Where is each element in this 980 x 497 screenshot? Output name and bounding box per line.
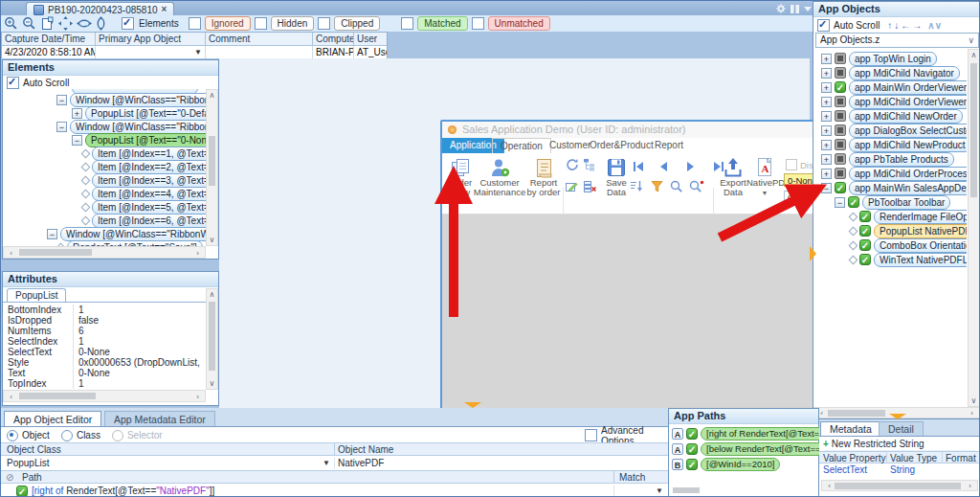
attribute-row[interactable]: Text0-None — [3, 368, 200, 378]
ignored-checkbox[interactable] — [189, 17, 201, 30]
tab-metadata[interactable]: Metadata — [820, 421, 881, 436]
element-node[interactable]: Window [@WinClass=="RibbonWindow", — [60, 227, 206, 241]
nav-first-icon[interactable] — [634, 162, 643, 171]
tree-row[interactable]: −Window [@WinClass=="RibbonWindow — [56, 93, 206, 106]
checked-state-icon[interactable]: ✓ — [859, 225, 871, 237]
expand-icon[interactable]: + — [821, 111, 832, 122]
tree-row[interactable]: Item [@Index==6, @Text=="5- — [82, 214, 206, 227]
unchecked-state-icon[interactable] — [835, 67, 846, 79]
app-objects-autoscroll-checkbox[interactable] — [817, 19, 830, 32]
path-row[interactable]: ✓ [right of RenderText[@Text=="NativePDF… — [1, 484, 668, 497]
unchecked-state-icon[interactable] — [835, 139, 846, 150]
expand-icon[interactable]: + — [821, 169, 832, 179]
element-node[interactable]: Item [@Index==6, @Text=="5- — [92, 214, 206, 228]
report-by-order-button[interactable]: Report by order — [526, 157, 561, 197]
zoom-in-icon[interactable] — [4, 16, 18, 31]
expand-icon[interactable]: + — [821, 68, 832, 79]
app-object-node[interactable]: app MainWin SalesAppDemo — [849, 181, 967, 195]
app-object-row[interactable]: −✓app MainWin SalesAppDemo — [821, 181, 967, 194]
attributes-horizontal-scrollbar[interactable]: ‹ › — [3, 390, 206, 402]
order-view-button[interactable]: Order View — [444, 157, 477, 197]
delete-row-icon[interactable] — [583, 180, 597, 193]
checked-state-icon[interactable]: ✓ — [859, 211, 871, 222]
tree-row[interactable]: Item [@Index==3, @Text=="2- — [82, 173, 206, 187]
app-object-row[interactable]: ✓ComboBox Orientation — [850, 238, 967, 252]
export-data-button[interactable]: Export Data — [716, 157, 750, 197]
object-class-value[interactable]: PopupList — [7, 456, 49, 470]
scroll-up-icon[interactable]: ∧ — [207, 90, 217, 101]
splitter-handle-right[interactable] — [810, 246, 816, 261]
app-object-node[interactable]: PbToolbar Toolbar — [862, 195, 950, 210]
comment-cell[interactable] — [206, 46, 313, 58]
scroll-right-icon[interactable]: › — [965, 481, 975, 491]
tab-app-object-editor[interactable]: App Object Editor — [4, 411, 101, 426]
expand-collapse-icons[interactable]: ∧∨ — [927, 20, 942, 31]
element-node[interactable]: Item [@Index==5, @Text=="4- — [92, 200, 206, 215]
attribute-row[interactable]: NumItems6 — [3, 326, 200, 336]
gear-icon[interactable] — [776, 4, 786, 13]
scroll-down-icon[interactable]: ∨ — [969, 395, 979, 406]
primary-app-object-cell[interactable]: ▼ — [96, 46, 206, 58]
expand-icon[interactable]: + — [821, 140, 832, 150]
app-object-row[interactable]: +app MdiChild OrderProcessing — [821, 167, 967, 180]
app-object-node[interactable]: ComboBox Orientation — [874, 238, 967, 253]
element-node[interactable]: Item [@Index==4, @Text=="3- — [92, 187, 206, 201]
scroll-right-icon[interactable]: › — [967, 408, 977, 418]
app-objects-tree[interactable]: +app TopWin Login +app MdiChild Navigato… — [813, 49, 967, 407]
scroll-down-icon[interactable]: ∨ — [207, 235, 217, 245]
capture-table-row[interactable]: 4/23/2020 8:58:10 AM ▼ BRIAN-PC AT_User — [2, 46, 387, 58]
attribute-row[interactable]: SelectIndex1 — [3, 336, 200, 347]
scroll-left-icon[interactable]: ‹ — [6, 392, 16, 402]
nativepdf-button[interactable]: A NativePDF ▼ — [746, 157, 783, 198]
checked-state-icon[interactable]: ✓ — [835, 81, 846, 93]
collapse-icon[interactable]: − — [56, 122, 67, 132]
refresh-icon[interactable] — [566, 158, 579, 171]
scroll-up-icon[interactable]: ∧ — [969, 50, 979, 60]
move-4way-icon[interactable] — [58, 16, 73, 31]
tree-row[interactable]: +PopupList [@Text=="0-Default"] — [72, 106, 206, 120]
tab-app-metadata-editor[interactable]: App Metadata Editor — [104, 411, 215, 426]
attribute-row[interactable]: SelectText0-None — [3, 347, 200, 357]
tree-row[interactable]: Item [@Index==2, @Text=="1- — [82, 160, 206, 173]
app-object-row[interactable]: ✓RenderImage FileOpen — [850, 210, 967, 223]
hidden-checkbox[interactable] — [255, 17, 267, 30]
clipped-checkbox[interactable] — [318, 17, 330, 30]
expand-icon[interactable]: + — [821, 125, 832, 136]
app-object-row[interactable]: ✓WinText NativePDFLabel — [850, 253, 967, 266]
collapse-icon[interactable]: − — [835, 197, 845, 208]
attribute-row[interactable]: Style0x00000653 (DropDownList, Owne — [3, 357, 200, 368]
app-path-text[interactable]: [@WinId==2010] — [701, 458, 780, 471]
expand-icon[interactable]: + — [821, 154, 832, 165]
attributes-vertical-scrollbar[interactable]: ∧ ∨ — [206, 288, 218, 390]
app-object-row[interactable]: +app MdiChild OrderViewer — [821, 95, 967, 108]
customer-maintenance-button[interactable]: Customer Maintenance — [473, 157, 526, 197]
capture-viewer[interactable]: Sales Application Demo (User ID: adminis… — [219, 58, 810, 408]
splitter-handle-down-right[interactable] — [889, 414, 906, 419]
selector-radio[interactable] — [112, 430, 123, 441]
scroll-right-icon[interactable]: › — [192, 248, 203, 259]
value-type-cell[interactable]: String — [890, 463, 915, 476]
new-restricted-string-button[interactable]: + New Restricted String — [823, 438, 976, 451]
elements-tree[interactable]: −Window [@WinClass=="RibbonWindow +Popup… — [3, 89, 206, 246]
app-object-node[interactable]: app PbTable Products — [849, 152, 954, 167]
element-node[interactable]: PopupList [@Text=="0-Default"] — [85, 106, 206, 121]
edit-icon[interactable] — [565, 180, 578, 193]
nav-next-icon[interactable] — [687, 162, 694, 173]
elements-horizontal-scrollbar[interactable]: ‹ › — [3, 246, 206, 259]
capture-region-icon[interactable] — [40, 16, 55, 31]
nav-previous-icon[interactable] — [660, 162, 667, 173]
object-name-value[interactable]: NativePDF — [338, 456, 384, 470]
stretch-vertical-icon[interactable] — [96, 16, 106, 31]
metadata-horizontal-scrollbar[interactable]: ‹ › — [821, 480, 978, 491]
reorder-arrows-icons[interactable]: ↑↓←→ — [887, 20, 924, 31]
chevron-down-icon[interactable]: ▼ — [323, 456, 330, 470]
elements-autoscroll-checkbox[interactable] — [7, 77, 19, 89]
unchecked-state-icon[interactable] — [835, 96, 846, 107]
element-node[interactable]: Item [@Index==3, @Text=="2- — [92, 173, 206, 188]
app-object-node[interactable]: app MdiChild NewOrder — [849, 109, 963, 124]
app-objects-vertical-scrollbar[interactable]: ∧ ∨ — [968, 49, 980, 407]
app-paths-scroll-thumb[interactable] — [673, 487, 700, 493]
filter-funnel-icon[interactable] — [651, 180, 663, 193]
scroll-down-icon[interactable]: ∨ — [207, 378, 217, 389]
app-object-node[interactable]: WinText NativePDFLabel — [874, 253, 967, 267]
